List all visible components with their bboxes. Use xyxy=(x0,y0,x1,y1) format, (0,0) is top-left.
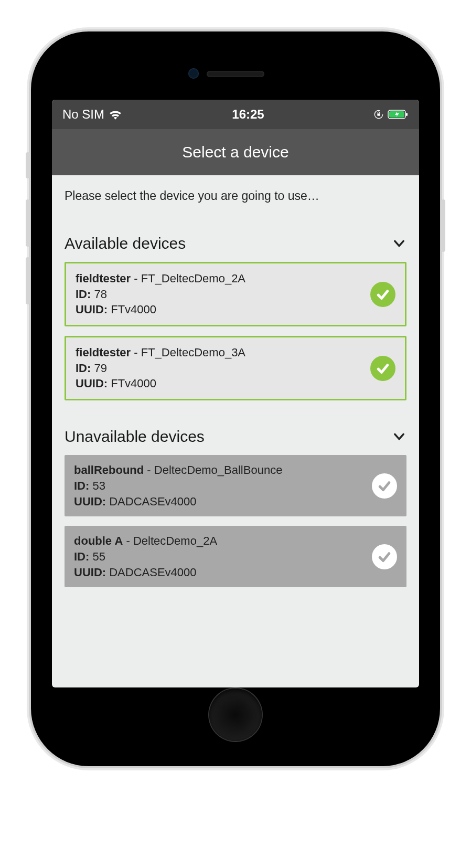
page-title: Select a device xyxy=(182,143,288,161)
available-section-title: Available devices xyxy=(65,235,186,252)
check-icon xyxy=(370,282,395,307)
device-uuid-value: FTv4000 xyxy=(111,303,156,316)
device-info: fieldtester - FT_DeltecDemo_3A ID: 79 UU xyxy=(76,345,370,391)
screen: No SIM 16:25 xyxy=(52,100,419,687)
svg-rect-3 xyxy=(406,113,408,116)
device-uuid-label: UUID: xyxy=(76,377,108,390)
available-section-header[interactable]: Available devices xyxy=(65,235,406,252)
unavailable-section-header[interactable]: Unavailable devices xyxy=(65,428,406,446)
device-type: fieldtester xyxy=(76,346,131,359)
content-area: Please select the device you are going t… xyxy=(52,175,419,687)
device-id-value: 55 xyxy=(92,550,105,563)
app-header: Select a device xyxy=(52,129,419,175)
unavailable-device-card[interactable]: ballRebound - DeltecDemo_BallBounce ID: … xyxy=(65,455,406,516)
volume-up-button xyxy=(26,199,30,247)
device-name: FT_DeltecDemo_2A xyxy=(141,272,245,285)
device-uuid-label: UUID: xyxy=(76,303,108,316)
device-info: ballRebound - DeltecDemo_BallBounce ID: … xyxy=(74,462,372,509)
chevron-down-icon xyxy=(392,236,406,251)
orientation-lock-icon xyxy=(374,110,383,119)
svg-rect-1 xyxy=(377,113,380,116)
carrier-text: No SIM xyxy=(62,107,104,122)
check-icon xyxy=(372,544,397,569)
status-time: 16:25 xyxy=(232,107,264,122)
mute-switch xyxy=(26,152,30,178)
device-info: double A - DeltecDemo_2A ID: 55 UUID: xyxy=(74,533,372,580)
device-type: double A xyxy=(74,534,123,547)
device-id-label: ID: xyxy=(74,550,89,563)
check-icon xyxy=(370,356,395,381)
device-type: ballRebound xyxy=(74,463,144,477)
device-id-label: ID: xyxy=(74,479,89,492)
device-name: FT_DeltecDemo_3A xyxy=(141,346,245,359)
device-uuid-label: UUID: xyxy=(74,495,106,508)
available-device-card[interactable]: fieldtester - FT_DeltecDemo_3A ID: 79 UU xyxy=(65,336,406,400)
front-camera xyxy=(188,68,199,79)
device-id-value: 53 xyxy=(92,479,105,492)
device-info: fieldtester - FT_DeltecDemo_2A ID: 78 UU xyxy=(76,271,370,317)
device-uuid-value: DADCASEv4000 xyxy=(109,495,196,508)
device-uuid-value: DADCASEv4000 xyxy=(109,566,196,579)
home-button[interactable] xyxy=(209,689,262,741)
status-left: No SIM xyxy=(62,107,122,122)
instruction-text: Please select the device you are going t… xyxy=(65,189,406,203)
battery-charging-icon xyxy=(388,109,409,120)
device-uuid-label: UUID: xyxy=(74,566,106,579)
status-right xyxy=(374,109,409,120)
unavailable-device-card[interactable]: double A - DeltecDemo_2A ID: 55 UUID: xyxy=(65,526,406,587)
earpiece-speaker xyxy=(207,71,264,77)
device-id-value: 78 xyxy=(94,288,106,301)
volume-down-button xyxy=(26,257,30,304)
status-bar: No SIM 16:25 xyxy=(52,100,419,129)
available-device-card[interactable]: fieldtester - FT_DeltecDemo_2A ID: 78 UU xyxy=(65,262,406,326)
device-id-label: ID: xyxy=(76,288,91,301)
phone-frame: No SIM 16:25 xyxy=(31,31,440,766)
power-button xyxy=(441,199,445,252)
device-name: DeltecDemo_BallBounce xyxy=(154,463,283,477)
device-uuid-value: FTv4000 xyxy=(111,377,156,390)
chevron-down-icon xyxy=(392,429,406,444)
device-name: DeltecDemo_2A xyxy=(133,534,217,547)
check-icon xyxy=(372,473,397,499)
device-id-label: ID: xyxy=(76,362,91,375)
device-id-value: 79 xyxy=(94,362,106,375)
unavailable-section-title: Unavailable devices xyxy=(65,428,205,446)
device-type: fieldtester xyxy=(76,272,131,285)
wifi-icon xyxy=(109,109,122,120)
